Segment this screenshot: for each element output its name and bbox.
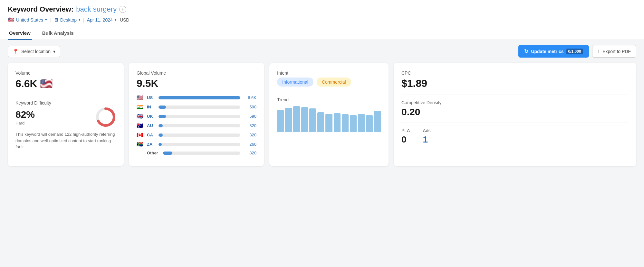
country-flag-icon: 🇨🇦 xyxy=(137,132,144,138)
country-row: 🇿🇦 ZA 260 xyxy=(137,141,256,147)
trend-bar xyxy=(325,114,332,132)
tabs-row: Overview Bulk Analysis xyxy=(8,27,636,40)
trend-bar xyxy=(301,107,308,132)
trend-bar xyxy=(285,108,292,132)
intent-card: Intent InformationalCommercial Trend xyxy=(269,63,389,166)
tab-overview[interactable]: Overview xyxy=(8,27,32,40)
country-code-label: Other xyxy=(147,151,160,155)
device-chevron-icon: ▾ xyxy=(79,18,81,22)
country-flag-icon: 🇦🇺 xyxy=(137,123,144,129)
kd-info: 82% Hard xyxy=(15,109,90,125)
pla-item: PLA 0 xyxy=(401,128,410,145)
kd-hard-label: Hard xyxy=(15,121,90,125)
cpc-value: $1.89 xyxy=(401,78,629,89)
date-label: Apr 11, 2024 xyxy=(87,17,113,23)
select-location-label: Select location xyxy=(21,49,51,54)
country-list: 🇺🇸 US 6.6K 🇮🇳 IN 590 🇬🇧 UK 590 🇦🇺 AU xyxy=(137,95,256,155)
add-keyword-icon[interactable]: + xyxy=(119,6,126,13)
refresh-icon: ↻ xyxy=(524,48,528,54)
trend-bar xyxy=(350,115,357,132)
trend-bar xyxy=(334,113,341,132)
top-bar: Keyword Overview: back surgery + 🇺🇸 Unit… xyxy=(0,0,644,40)
country-code-label: IN xyxy=(147,105,156,109)
country-flag: 🇺🇸 xyxy=(8,17,14,23)
ads-value: 1 xyxy=(423,134,430,145)
trend-bar xyxy=(374,111,381,132)
intent-label: Intent xyxy=(277,70,381,76)
country-row: Other 820 xyxy=(137,151,256,155)
update-counter-badge: 0/1,000 xyxy=(566,49,583,54)
country-bar xyxy=(159,134,240,137)
country-num-label: 320 xyxy=(243,123,256,128)
tab-bulk-analysis[interactable]: Bulk Analysis xyxy=(41,27,75,40)
comp-density-label: Competitive Density xyxy=(401,100,629,105)
title-row: Keyword Overview: back surgery + xyxy=(8,5,636,14)
country-num-label: 590 xyxy=(243,105,256,109)
select-location-button[interactable]: 📍 Select location ▾ xyxy=(8,46,60,57)
country-bar-fill xyxy=(159,124,163,127)
cpc-divider2 xyxy=(401,123,629,123)
country-code-label: ZA xyxy=(147,142,156,147)
country-bar xyxy=(159,96,240,99)
toolbar: 📍 Select location ▾ ↻ Update metrics 0/1… xyxy=(0,40,644,63)
country-bar xyxy=(159,124,240,127)
pla-label: PLA xyxy=(401,128,410,133)
intent-divider xyxy=(277,92,381,92)
intent-chip-commercial: Commercial xyxy=(317,78,351,87)
volume-label: Volume xyxy=(15,70,116,76)
country-bar xyxy=(159,106,240,109)
country-code-label: UK xyxy=(147,114,156,119)
country-flag-icon: 🇺🇸 xyxy=(137,95,144,101)
date-filter-button[interactable]: Apr 11, 2024 ▾ xyxy=(87,17,117,23)
pla-value: 0 xyxy=(401,134,410,145)
trend-bar xyxy=(342,114,349,132)
sep2: | xyxy=(83,17,84,23)
device-filter-button[interactable]: 🖥 Desktop ▾ xyxy=(53,17,81,23)
country-bar-fill xyxy=(163,152,172,155)
trend-bar xyxy=(293,106,300,132)
export-pdf-button[interactable]: ↑ Export to PDF xyxy=(592,45,636,58)
cpc-divider xyxy=(401,95,629,95)
volume-value: 6.6K 🇺🇸 xyxy=(15,78,116,90)
export-icon: ↑ xyxy=(598,49,600,54)
country-label: United States xyxy=(16,17,43,23)
device-icon: 🖥 xyxy=(53,17,58,23)
intent-chip-info: Informational xyxy=(277,78,313,87)
kd-label: Keyword Difficulty xyxy=(15,100,116,106)
country-code-label: AU xyxy=(147,123,156,128)
country-bar-fill xyxy=(159,96,240,99)
update-metrics-label: Update metrics xyxy=(531,49,563,54)
trend-bar xyxy=(366,115,373,132)
ads-label: Ads xyxy=(423,128,430,133)
select-location-chevron-icon: ▾ xyxy=(53,49,55,54)
country-bar xyxy=(163,152,240,155)
intent-chips: InformationalCommercial xyxy=(277,78,381,87)
cpc-card: CPC $1.89 Competitive Density 0.20 PLA 0… xyxy=(394,63,636,166)
trend-bar xyxy=(317,112,324,132)
toolbar-right: ↻ Update metrics 0/1,000 ↑ Export to PDF xyxy=(518,45,636,58)
country-flag-icon: 🇿🇦 xyxy=(137,141,144,147)
trend-bar xyxy=(358,114,365,132)
ads-item: Ads 1 xyxy=(423,128,430,145)
sep1: | xyxy=(50,17,51,23)
kd-donut-chart xyxy=(95,107,116,127)
country-flag-icon: 🇮🇳 xyxy=(137,104,144,110)
currency-label: USD xyxy=(120,17,130,23)
volume-flag: 🇺🇸 xyxy=(40,78,53,90)
country-bar-fill xyxy=(159,134,163,137)
location-icon: 📍 xyxy=(13,49,19,54)
country-row: 🇨🇦 CA 320 xyxy=(137,132,256,138)
kd-description: This keyword will demand 122 high-author… xyxy=(15,131,116,150)
country-num-label: 320 xyxy=(243,133,256,137)
country-num-label: 590 xyxy=(243,114,256,119)
country-filter-button[interactable]: 🇺🇸 United States ▾ xyxy=(8,17,47,23)
country-flag-icon: 🇬🇧 xyxy=(137,113,144,119)
country-chevron-icon: ▾ xyxy=(45,18,47,22)
page-title-query: back surgery xyxy=(76,5,117,14)
global-volume-label: Global Volume xyxy=(137,70,256,76)
global-volume-card: Global Volume 9.5K 🇺🇸 US 6.6K 🇮🇳 IN 590 … xyxy=(129,63,264,166)
update-metrics-button[interactable]: ↻ Update metrics 0/1,000 xyxy=(518,45,589,58)
trend-label: Trend xyxy=(277,97,381,102)
country-num-label: 820 xyxy=(243,151,256,155)
country-bar xyxy=(159,143,240,146)
